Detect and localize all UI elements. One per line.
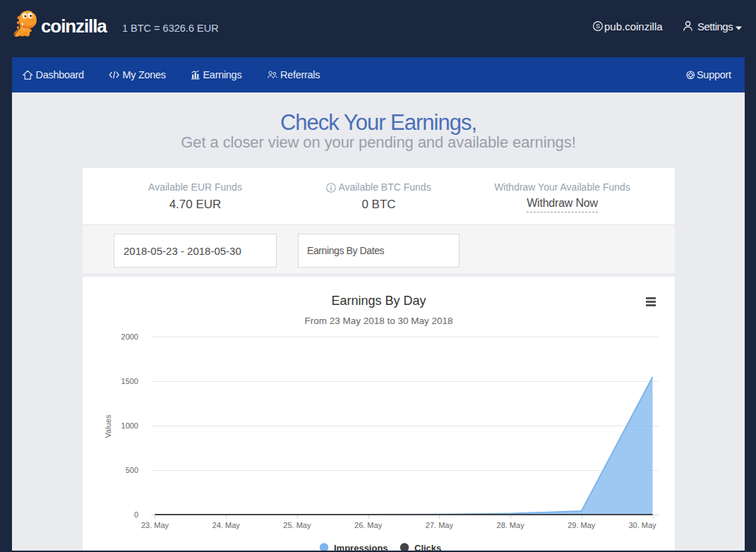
svg-text:Earnings By Day: Earnings By Day xyxy=(331,294,426,308)
svg-text:29. May: 29. May xyxy=(568,521,596,529)
svg-text:25. May: 25. May xyxy=(283,521,311,529)
svg-text:Clicks: Clicks xyxy=(414,543,441,551)
svg-text:Values: Values xyxy=(104,414,112,438)
svg-text:24. May: 24. May xyxy=(212,521,241,529)
svg-text:From 23 May 2018 to 30 May 201: From 23 May 2018 to 30 May 2018 xyxy=(304,316,452,326)
svg-text:S: S xyxy=(596,23,600,30)
svg-text:23. May: 23. May xyxy=(141,521,169,529)
svg-text:27. May: 27. May xyxy=(426,521,454,529)
svg-text:0: 0 xyxy=(134,510,138,519)
svg-text:28. May: 28. May xyxy=(497,521,525,529)
svg-text:26. May: 26. May xyxy=(354,521,383,529)
svg-text:Impressions: Impressions xyxy=(334,543,388,551)
svg-text:500: 500 xyxy=(126,466,138,474)
svg-text:1500: 1500 xyxy=(121,377,138,385)
svg-text:2000: 2000 xyxy=(121,332,138,341)
svg-text:1000: 1000 xyxy=(121,421,138,430)
svg-text:30. May: 30. May xyxy=(628,521,656,529)
